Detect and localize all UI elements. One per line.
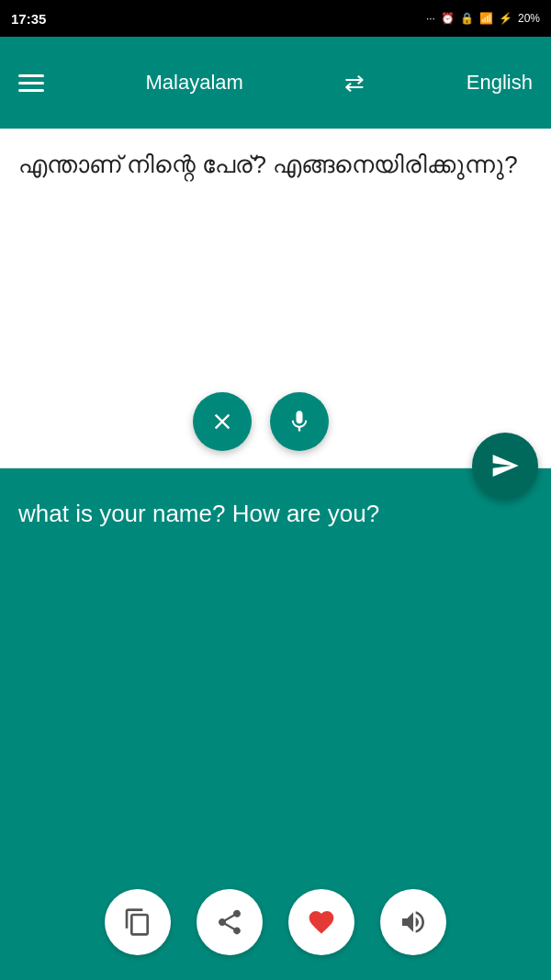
send-icon: [490, 451, 520, 480]
status-bar: 17:35 ··· ⏰ 🔒 📶 ⚡ 20%: [0, 0, 551, 37]
signal-dots-icon: ···: [426, 12, 435, 25]
share-button[interactable]: [197, 889, 263, 955]
translation-area: what is your name? How are you?: [0, 468, 551, 980]
battery-icon: ⚡: [499, 12, 512, 25]
microphone-icon: [287, 409, 312, 434]
copy-button[interactable]: [105, 889, 171, 955]
microphone-button[interactable]: [270, 392, 329, 451]
send-button[interactable]: [472, 433, 538, 499]
favorite-button[interactable]: [288, 889, 354, 955]
hamburger-menu-button[interactable]: [18, 74, 44, 92]
menu-line-2: [18, 82, 44, 84]
translation-action-buttons: [105, 889, 446, 955]
heart-icon: [307, 907, 336, 937]
status-time: 17:35: [11, 11, 46, 27]
source-text[interactable]: എന്താണ് നിന്റെ പേര്? എങ്ങനെയിരിക്കുന്നു?: [18, 147, 533, 183]
share-icon: [215, 907, 244, 937]
lock-icon: 🔒: [460, 12, 474, 25]
battery-percent: 20%: [518, 12, 540, 25]
clear-button[interactable]: [193, 392, 252, 451]
status-icons: ··· ⏰ 🔒 📶 ⚡ 20%: [426, 12, 540, 25]
alarm-icon: ⏰: [441, 12, 455, 25]
menu-line-1: [18, 74, 44, 77]
target-language-label[interactable]: English: [467, 71, 533, 95]
menu-line-3: [18, 89, 44, 92]
copy-icon: [123, 907, 152, 937]
speaker-icon: [399, 907, 428, 937]
signal-bars-icon: 📶: [479, 12, 493, 25]
input-area: എന്താണ് നിന്റെ പേര്? എങ്ങനെയിരിക്കുന്നു?: [0, 129, 551, 468]
clear-icon: [209, 409, 235, 434]
input-action-buttons: [193, 392, 329, 451]
speaker-button[interactable]: [380, 889, 446, 955]
swap-icon: ⇄: [344, 69, 365, 97]
app-bar: Malayalam ⇄ English: [0, 37, 551, 129]
source-language-label[interactable]: Malayalam: [145, 71, 242, 95]
translated-text: what is your name? How are you?: [18, 496, 533, 532]
swap-languages-button[interactable]: ⇄: [344, 69, 365, 97]
